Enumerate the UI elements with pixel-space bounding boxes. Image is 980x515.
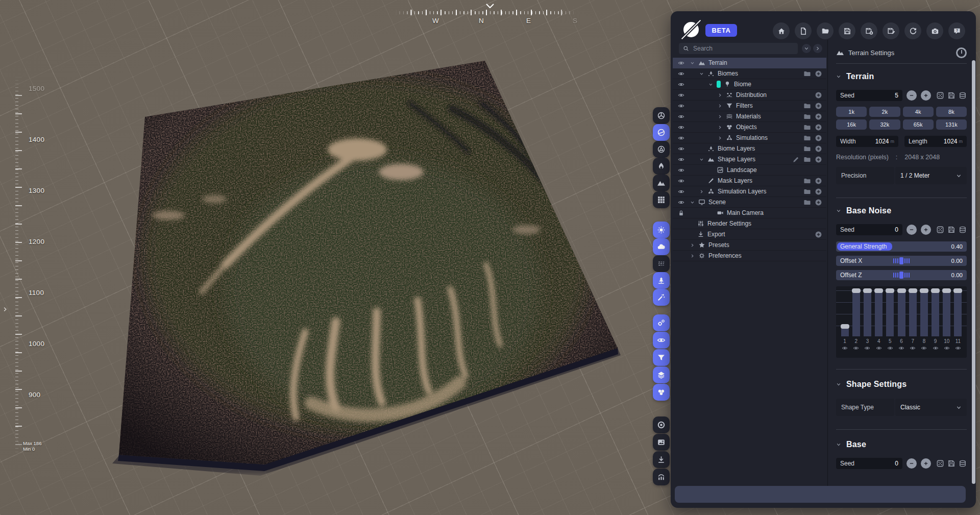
- eye-icon[interactable]: [876, 345, 882, 351]
- octave-column[interactable]: 5: [885, 286, 896, 358]
- octave-column[interactable]: 1: [839, 286, 850, 358]
- tree-row-terrain[interactable]: Terrain: [673, 58, 826, 68]
- chevron-down-icon[interactable]: [690, 200, 698, 205]
- terrain-seed-field[interactable]: Seed 5: [836, 90, 902, 101]
- tree-row-preferences[interactable]: Preferences: [673, 251, 826, 261]
- grid-view-button[interactable]: [653, 191, 670, 208]
- folder-icon[interactable]: [803, 156, 811, 163]
- cloud-toggle-button[interactable]: [653, 238, 670, 255]
- randomize-seed-icon[interactable]: [936, 226, 944, 234]
- eye-icon[interactable]: [678, 103, 690, 109]
- scrub-handle[interactable]: [890, 258, 913, 264]
- tree-row-simulations[interactable]: Simulations: [673, 133, 826, 143]
- add-icon[interactable]: [815, 199, 822, 206]
- folder-icon[interactable]: [803, 199, 811, 206]
- folder-icon[interactable]: [803, 177, 811, 185]
- tree-row-scene[interactable]: Scene: [673, 197, 826, 208]
- eye-icon[interactable]: [678, 124, 690, 131]
- octave-column[interactable]: 11: [952, 286, 964, 358]
- folder-icon[interactable]: [803, 102, 811, 110]
- open-project-button[interactable]: [817, 22, 834, 39]
- folder-icon[interactable]: [803, 188, 811, 195]
- chevron-down-icon[interactable]: [708, 82, 717, 87]
- eye-icon[interactable]: [678, 70, 690, 77]
- add-icon[interactable]: [815, 177, 822, 185]
- res-8k-button[interactable]: 8k: [936, 107, 967, 117]
- tree-row-mask-layers[interactable]: Mask Layers: [673, 176, 826, 186]
- tree-row-objects[interactable]: Objects: [673, 122, 826, 133]
- res-4k-button[interactable]: 4k: [903, 107, 934, 117]
- left-panel-expander[interactable]: [2, 305, 8, 313]
- mountain-view-button[interactable]: [653, 175, 670, 191]
- chevron-down-icon[interactable]: [699, 157, 707, 162]
- octave-handle[interactable]: [863, 288, 872, 293]
- add-icon[interactable]: [815, 145, 822, 153]
- seed-increment-button[interactable]: [921, 225, 931, 235]
- octave-handle[interactable]: [897, 288, 906, 293]
- expand-all-button[interactable]: [813, 44, 822, 53]
- save-as-button[interactable]: [861, 22, 877, 39]
- eye-icon[interactable]: [955, 345, 961, 351]
- tree-row-shape-layers[interactable]: Shape Layers: [673, 154, 826, 165]
- tree-row-biome[interactable]: Biome: [673, 79, 826, 90]
- tree-row-main-camera[interactable]: Main Camera: [673, 208, 826, 218]
- eye-icon[interactable]: [678, 60, 690, 66]
- export-button[interactable]: [653, 451, 670, 468]
- add-icon[interactable]: [815, 188, 822, 195]
- filter-toggle-button[interactable]: [653, 349, 670, 366]
- randomize-seed-icon[interactable]: [936, 91, 944, 100]
- chevron-right-icon[interactable]: [690, 254, 698, 258]
- sun-toggle-button[interactable]: [653, 222, 670, 238]
- res-32k-button[interactable]: 32k: [869, 119, 900, 130]
- visibility-toggle-button[interactable]: [653, 332, 670, 349]
- folder-icon[interactable]: [803, 124, 811, 131]
- general-strength-slider[interactable]: General Strength 0.40: [836, 241, 967, 252]
- save-preset-icon[interactable]: [947, 226, 955, 234]
- res-1k-button[interactable]: 1k: [836, 107, 867, 117]
- stats-button[interactable]: [653, 469, 670, 485]
- save-button[interactable]: [839, 22, 855, 39]
- terrain-mesh[interactable]: [92, 46, 633, 475]
- octave-handle[interactable]: [886, 288, 894, 293]
- sphere-view-button[interactable]: [653, 124, 670, 141]
- octave-column[interactable]: 6: [896, 286, 907, 358]
- eye-icon[interactable]: [898, 345, 904, 351]
- octave-handle[interactable]: [931, 288, 940, 293]
- seed-increment-button[interactable]: [921, 458, 931, 469]
- collapse-all-button[interactable]: [802, 44, 811, 53]
- eye-icon[interactable]: [678, 135, 690, 141]
- add-icon[interactable]: [815, 113, 822, 120]
- chevron-right-icon[interactable]: [718, 93, 726, 97]
- tree-row-distribution[interactable]: Distribution: [673, 90, 826, 101]
- section-shape-settings[interactable]: Shape Settings: [836, 378, 967, 390]
- preset-stack-icon[interactable]: [959, 226, 967, 234]
- seed-decrement-button[interactable]: [906, 458, 917, 469]
- pyramid-view-button[interactable]: [653, 141, 670, 158]
- offset-x-slider[interactable]: Offset X 0.00: [836, 256, 967, 266]
- preset-stack-icon[interactable]: [959, 91, 967, 100]
- tree-row-biomes[interactable]: Biomes: [673, 68, 826, 79]
- precision-dropdown[interactable]: 1 / 2 Meter: [895, 167, 967, 184]
- octave-handle[interactable]: [920, 288, 928, 293]
- tree-row-presets[interactable]: Presets: [673, 240, 826, 251]
- width-field[interactable]: Width 1024 m: [836, 136, 898, 147]
- add-icon[interactable]: [815, 124, 822, 131]
- chevron-right-icon[interactable]: [718, 136, 726, 140]
- eye-icon[interactable]: [921, 345, 927, 351]
- octave-handle[interactable]: [874, 288, 883, 293]
- wand-toggle-button[interactable]: [653, 289, 670, 306]
- eye-icon[interactable]: [864, 345, 870, 351]
- res-65k-button[interactable]: 65k: [903, 119, 934, 130]
- search-box[interactable]: [679, 43, 798, 54]
- add-icon[interactable]: [815, 70, 822, 78]
- eye-icon[interactable]: [678, 188, 690, 195]
- octave-column[interactable]: 9: [930, 286, 941, 358]
- eye-icon[interactable]: [678, 199, 690, 206]
- tree-row-export[interactable]: Export: [673, 229, 826, 240]
- screenshot-button[interactable]: [926, 22, 943, 39]
- eye-icon[interactable]: [678, 178, 690, 184]
- res-131k-button[interactable]: 131k: [936, 119, 967, 130]
- seed-decrement-button[interactable]: [906, 90, 917, 101]
- search-input[interactable]: [692, 44, 781, 53]
- lock-icon[interactable]: [678, 210, 690, 216]
